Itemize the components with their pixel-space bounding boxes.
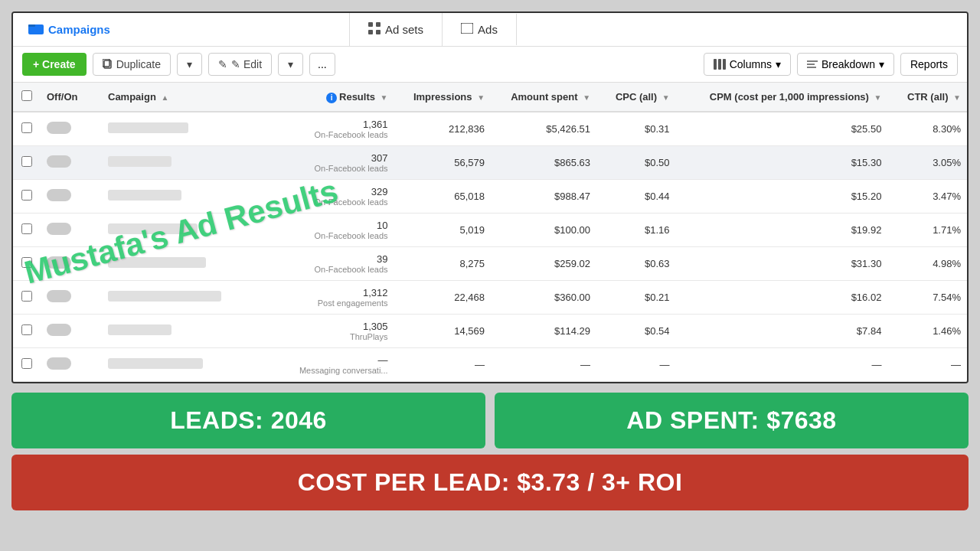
- toolbar: + Create Duplicate ▾ ✎ ✎ Edit ▾ ... Colu…: [13, 47, 967, 83]
- select-all-checkbox[interactable]: [21, 90, 32, 101]
- toggle-cell: [41, 112, 102, 146]
- result-value: 1,312: [284, 287, 387, 298]
- col-impressions[interactable]: Impressions ▼: [394, 83, 492, 112]
- toggle-switch[interactable]: [47, 256, 71, 269]
- toggle-cell: [41, 315, 102, 348]
- campaign-name-placeholder: [108, 324, 172, 335]
- impressions-sort-icon: ▼: [477, 93, 485, 102]
- row-checkbox[interactable]: [21, 156, 32, 167]
- results-info-icon[interactable]: i: [326, 93, 337, 103]
- summary-row-1: LEADS: 2046 AD SPENT: $7638: [11, 393, 969, 448]
- nav-campaigns[interactable]: Campaigns: [13, 13, 350, 46]
- impressions-cell: 212,836: [394, 112, 492, 146]
- cpm-cell: $31.30: [676, 247, 888, 281]
- table-row[interactable]: 1,361On-Facebook leads212,836$5,426.51$0…: [13, 112, 967, 146]
- results-cell: —Messaging conversati...: [278, 348, 394, 382]
- col-amount-spent[interactable]: Amount spent ▼: [491, 83, 596, 112]
- row-checkbox[interactable]: [21, 358, 32, 369]
- table-row[interactable]: 329On-Facebook leads65,018$988.47$0.44$1…: [13, 180, 967, 214]
- results-cell: 1,312Post engagements: [278, 281, 394, 315]
- leads-label: LEADS: 2046: [170, 406, 327, 434]
- toggle-switch[interactable]: [47, 189, 71, 201]
- toggle-switch[interactable]: [47, 223, 71, 235]
- table-row[interactable]: 1,312Post engagements22,468$360.00$0.21$…: [13, 281, 967, 315]
- toggle-switch[interactable]: [47, 155, 71, 168]
- row-checkbox[interactable]: [21, 291, 32, 302]
- amount-spent-cell: $100.00: [491, 214, 596, 247]
- amount-spent-cell: $988.47: [491, 180, 596, 214]
- col-offon[interactable]: Off/On: [41, 83, 102, 112]
- result-value: 307: [284, 152, 387, 164]
- row-checkbox-cell: [13, 315, 41, 348]
- ctr-cell: 7.54%: [887, 281, 967, 315]
- row-checkbox[interactable]: [21, 122, 32, 133]
- row-checkbox-cell: [13, 281, 41, 315]
- impressions-cell: 56,579: [394, 146, 492, 180]
- cpm-cell: $7.84: [676, 315, 888, 348]
- results-cell: 1,305ThruPlays: [278, 315, 394, 348]
- toggle-switch[interactable]: [47, 122, 71, 134]
- cost-per-lead-label: COST PER LEAD: $3.73 / 3+ ROI: [298, 468, 683, 496]
- toggle-switch[interactable]: [47, 324, 71, 336]
- result-value: 10: [284, 220, 387, 231]
- cpm-cell: $19.92: [676, 214, 888, 247]
- fb-ads-manager: Campaigns Ad sets Ads + Create Duplicate…: [11, 11, 969, 383]
- duplicate-icon: [103, 59, 113, 70]
- ctr-sort-icon: ▼: [953, 93, 961, 102]
- table-row[interactable]: 10On-Facebook leads5,019$100.00$1.16$19.…: [13, 214, 967, 247]
- campaign-name-placeholder: [108, 291, 221, 302]
- ctr-cell: 3.05%: [887, 146, 967, 180]
- edit-button[interactable]: ✎ ✎ Edit: [208, 53, 272, 76]
- cpc-cell: $1.16: [596, 214, 676, 247]
- impressions-cell: 8,275: [394, 247, 492, 281]
- campaigns-label: Campaigns: [48, 23, 110, 36]
- col-results[interactable]: iResults ▼: [278, 83, 394, 112]
- campaign-name-placeholder: [108, 358, 203, 369]
- dropdown-duplicate[interactable]: ▾: [177, 53, 202, 76]
- row-checkbox[interactable]: [21, 190, 32, 201]
- row-checkbox[interactable]: [21, 324, 32, 335]
- col-ctr[interactable]: CTR (all) ▼: [887, 83, 967, 112]
- table-row[interactable]: —Messaging conversati...—————: [13, 348, 967, 382]
- table-row[interactable]: 39On-Facebook leads8,275$259.02$0.63$31.…: [13, 247, 967, 281]
- dropdown-edit[interactable]: ▾: [278, 53, 303, 76]
- cpm-cell: $16.02: [676, 281, 888, 315]
- row-checkbox[interactable]: [21, 257, 32, 268]
- ads-tab[interactable]: Ads: [443, 14, 517, 45]
- table-row[interactable]: 1,305ThruPlays14,569$114.29$0.54$7.841.4…: [13, 315, 967, 348]
- cpc-cell: $0.31: [596, 112, 676, 146]
- amount-spent-cell: $865.63: [491, 146, 596, 180]
- impressions-cell: 5,019: [394, 214, 492, 247]
- cpc-cell: —: [596, 348, 676, 382]
- col-campaign[interactable]: Campaign ▲: [102, 83, 278, 112]
- cpc-cell: $0.21: [596, 281, 676, 315]
- campaign-name-cell: [102, 247, 278, 281]
- toggle-switch[interactable]: [47, 357, 71, 370]
- adsets-label: Ad sets: [385, 23, 423, 36]
- results-cell: 10On-Facebook leads: [278, 214, 394, 247]
- ctr-cell: 1.46%: [887, 315, 967, 348]
- toggle-switch[interactable]: [47, 290, 71, 302]
- columns-button[interactable]: Columns ▾: [704, 53, 791, 76]
- row-checkbox[interactable]: [21, 223, 32, 234]
- campaign-name-cell: [102, 281, 278, 315]
- result-value: 1,305: [284, 321, 387, 332]
- cpc-cell: $0.50: [596, 146, 676, 180]
- table-row[interactable]: 307On-Facebook leads56,579$865.63$0.50$1…: [13, 146, 967, 180]
- duplicate-button[interactable]: Duplicate: [93, 53, 171, 76]
- create-button[interactable]: + Create: [22, 53, 87, 76]
- campaigns-table: Off/On Campaign ▲ iResults ▼ Impressions…: [13, 83, 967, 382]
- columns-label: Columns: [730, 58, 772, 70]
- columns-icon: [714, 59, 726, 70]
- result-value: 39: [284, 253, 387, 265]
- edit-label: ✎ Edit: [231, 58, 262, 70]
- reports-button[interactable]: Reports: [900, 53, 958, 76]
- col-checkbox: [13, 83, 41, 112]
- result-subtype: On-Facebook leads: [284, 164, 387, 173]
- col-cpc[interactable]: CPC (all) ▼: [596, 83, 676, 112]
- col-cpm[interactable]: CPM (cost per 1,000 impressions) ▼: [676, 83, 888, 112]
- breakdown-button[interactable]: Breakdown ▾: [797, 53, 894, 76]
- more-button[interactable]: ...: [309, 53, 335, 76]
- adsets-tab[interactable]: Ad sets: [350, 13, 443, 46]
- row-checkbox-cell: [13, 348, 41, 382]
